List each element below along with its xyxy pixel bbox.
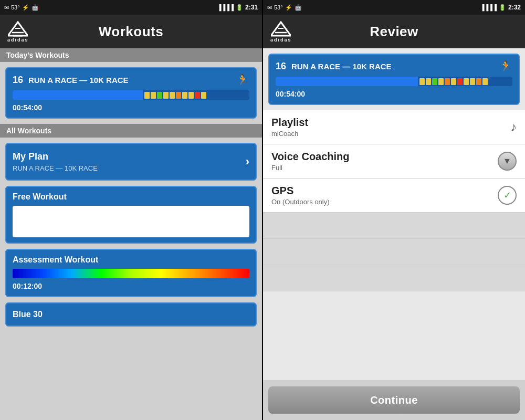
my-plan-sub: RUN A RACE — 10K RACE [13, 164, 246, 172]
right-adidas-logo-svg [271, 21, 291, 37]
assessment-progress-bar [13, 269, 249, 278]
voice-coaching-title: Voice Coaching [271, 151, 350, 163]
seg-7 [182, 92, 187, 99]
gps-item[interactable]: GPS On (Outdoors only) ✓ [263, 178, 525, 213]
left-app-header: adidas Workouts [0, 15, 262, 48]
review-progress-segs [418, 77, 489, 86]
review-progress-fill [276, 77, 418, 86]
assessment-card[interactable]: Assessment Workout 00:12:00 [5, 249, 257, 297]
left-status-left: ✉ 53° ⚡ 🤖 [4, 4, 39, 11]
plan-card-content: My Plan RUN A RACE — 10K RACE [13, 151, 246, 172]
spacer-1 [263, 213, 525, 239]
voice-dropdown-icon[interactable]: ▼ [498, 152, 517, 171]
right-gmail-icon: ✉ [267, 4, 272, 11]
run-icon: 🏃 [236, 74, 249, 86]
workout-number: 16 [13, 75, 23, 86]
gps-title: GPS [271, 185, 330, 197]
blue30-card[interactable]: Blue 30 [5, 302, 257, 327]
gps-content: GPS On (Outdoors only) [271, 185, 330, 206]
right-signal-icon: ▐▐▐▐ [480, 4, 497, 10]
seg-5 [170, 92, 175, 99]
my-plan-label: My Plan [13, 151, 246, 162]
gps-check-icon[interactable]: ✓ [498, 186, 517, 205]
right-phone-panel: ✉ 53° ⚡ 🤖 ▐▐▐▐ 🔋 2:32 adidas Review 16 [263, 0, 525, 420]
left-adidas-logo: adidas [7, 21, 29, 43]
rev-seg-2 [426, 78, 431, 85]
gps-sub: On (Outdoors only) [271, 198, 330, 206]
rev-seg-6 [451, 78, 456, 85]
review-workout-time: 00:54:00 [276, 90, 305, 98]
playlist-sub: miCoach [271, 130, 308, 138]
rev-seg-3 [432, 78, 437, 85]
rev-seg-11 [482, 78, 488, 85]
todays-workout-card[interactable]: 16 RUN A RACE — 10K RACE 🏃 [5, 67, 257, 119]
left-phone-panel: ✉ 53° ⚡ 🤖 ▐▐▐▐ 🔋 2:31 adidas Workouts To… [0, 0, 262, 420]
review-progress-bar [276, 77, 512, 86]
right-time: 2:32 [508, 4, 521, 11]
signal-icon: ▐▐▐▐ [217, 4, 234, 10]
right-temp-display: 53° [274, 4, 283, 10]
rev-seg-1 [419, 78, 425, 85]
right-usb-icon: ⚡ [285, 4, 292, 11]
review-workout-card[interactable]: 16 RUN A RACE — 10K RACE 🏃 [268, 54, 520, 105]
android-icon: 🤖 [32, 4, 39, 11]
workout-progress-bar [13, 90, 249, 100]
right-battery-icon: 🔋 [499, 4, 506, 11]
rev-seg-5 [445, 78, 450, 85]
left-status-bar: ✉ 53° ⚡ 🤖 ▐▐▐▐ 🔋 2:31 [0, 0, 262, 15]
my-plan-card[interactable]: My Plan RUN A RACE — 10K RACE › [5, 143, 257, 181]
review-workout-number: 16 [276, 61, 286, 72]
battery-icon: 🔋 [236, 4, 243, 11]
playlist-title: Playlist [271, 117, 308, 129]
rev-seg-9 [470, 78, 475, 85]
playlist-item[interactable]: Playlist miCoach ♪ [263, 110, 525, 144]
seg-9 [195, 92, 200, 99]
todays-card-header: 16 RUN A RACE — 10K RACE 🏃 [13, 74, 249, 86]
seg-8 [188, 92, 194, 99]
rev-seg-10 [476, 78, 481, 85]
right-status-bar: ✉ 53° ⚡ 🤖 ▐▐▐▐ 🔋 2:32 [263, 0, 525, 15]
left-adidas-text: adidas [7, 37, 29, 43]
music-icon: ♪ [510, 120, 517, 134]
spacer-3 [263, 265, 525, 291]
free-workout-label: Free Workout [13, 192, 249, 202]
voice-coaching-item[interactable]: Voice Coaching Full ▼ [263, 144, 525, 178]
voice-coaching-sub: Full [271, 164, 350, 172]
review-card-header: 16 RUN A RACE — 10K RACE 🏃 [276, 60, 512, 72]
todays-workouts-header: Today's Workouts [0, 48, 262, 62]
playlist-content: Playlist miCoach [271, 117, 308, 138]
seg-3 [157, 92, 162, 99]
adidas-logo-svg [8, 21, 28, 37]
continue-area: Continue [263, 380, 525, 420]
workout-content: 16 RUN A RACE — 10K RACE 🏃 [0, 62, 262, 420]
all-workouts-header: All Workouts [0, 124, 262, 138]
left-header-title: Workouts [99, 24, 163, 40]
rev-seg-8 [464, 78, 469, 85]
rev-seg-7 [457, 78, 463, 85]
seg-6 [176, 92, 181, 99]
review-workout-title: RUN A RACE — 10K RACE [291, 62, 494, 71]
rev-seg-4 [438, 78, 444, 85]
spacer-2 [263, 239, 525, 265]
right-app-header: adidas Review [263, 15, 525, 48]
right-status-left: ✉ 53° ⚡ 🤖 [267, 4, 302, 11]
right-android-icon: 🤖 [295, 4, 302, 11]
seg-4 [163, 92, 169, 99]
continue-button[interactable]: Continue [268, 386, 520, 414]
seg-1 [144, 92, 150, 99]
plan-card-arrow-icon: › [246, 155, 249, 169]
progress-blue-fill [13, 90, 143, 100]
usb-icon: ⚡ [22, 4, 29, 11]
left-time: 2:31 [245, 4, 258, 11]
free-workout-inner [13, 206, 249, 237]
voice-coaching-content: Voice Coaching Full [271, 151, 350, 172]
workout-title-text: RUN A RACE — 10K RACE [28, 76, 231, 85]
seg-2 [151, 92, 156, 99]
right-header-title: Review [370, 24, 418, 40]
review-content-area: 16 RUN A RACE — 10K RACE 🏃 [263, 48, 525, 380]
review-run-icon: 🏃 [499, 60, 512, 72]
temp-display: 53° [11, 4, 20, 10]
left-status-right: ▐▐▐▐ 🔋 2:31 [217, 4, 258, 11]
assessment-label: Assessment Workout [13, 255, 249, 265]
free-workout-card[interactable]: Free Workout [5, 186, 257, 244]
